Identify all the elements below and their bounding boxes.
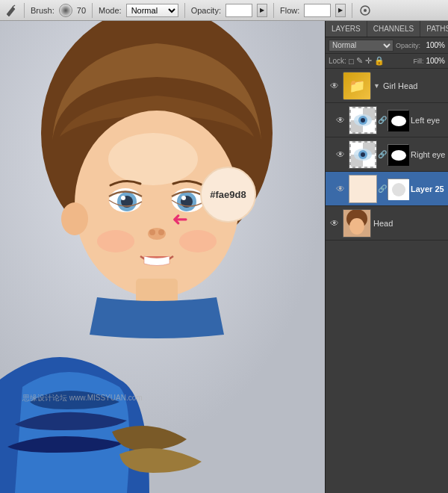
- svg-point-29: [361, 118, 365, 123]
- layer-thumb-right-eye: [349, 140, 377, 169]
- layer-row-girl-head[interactable]: 👁 📁 ▼ Girl Head: [326, 69, 448, 103]
- svg-point-19: [158, 229, 164, 235]
- layer-row-right-eye[interactable]: 👁 🔗: [326, 137, 448, 172]
- flow-input[interactable]: 100%: [304, 4, 331, 17]
- toolbar: Brush: 70 Mode: Normal Opacity: 20% ▶ Fl…: [0, 0, 448, 21]
- sep2: [92, 3, 93, 18]
- mask-thumb-right-eye: [388, 144, 408, 165]
- svg-point-18: [149, 229, 155, 235]
- tab-layers[interactable]: LAYERS: [326, 21, 367, 37]
- layer-thumb-layer25: [349, 175, 377, 203]
- layer-name-girl-head: Girl Head: [383, 81, 445, 90]
- brush-size: 70: [77, 6, 86, 15]
- lock-all-icon[interactable]: 🔒: [374, 56, 385, 66]
- folder-arrow-girl-head[interactable]: ▼: [373, 82, 380, 90]
- color-hex-label: #fae9d8: [210, 189, 246, 200]
- sep5: [352, 3, 352, 18]
- eye-icon-right-eye[interactable]: 👁: [335, 149, 346, 161]
- color-swatch: #fae9d8: [200, 167, 256, 223]
- lock-transparent-icon[interactable]: □: [349, 57, 354, 66]
- layer-thumb-girl-head: 📁: [343, 72, 371, 100]
- lock-label: Lock:: [329, 57, 346, 65]
- fill-value: 100%: [426, 57, 445, 65]
- svg-point-16: [181, 196, 186, 200]
- opacity-label: Opacity:: [191, 6, 221, 15]
- flow-label: Flow:: [280, 6, 299, 15]
- eye-icon-head[interactable]: 👁: [329, 217, 340, 229]
- blend-mode-row: Normal Multiply Screen Opacity: 100%: [326, 37, 448, 54]
- fill-label: Fill:: [413, 58, 423, 65]
- eye-icon-girl-head[interactable]: 👁: [329, 80, 340, 92]
- sep3: [184, 3, 185, 18]
- tool-icon: [4, 4, 18, 17]
- link-icon-layer25: 🔗: [378, 184, 387, 194]
- brush-label: Brush:: [31, 6, 55, 15]
- opacity-input[interactable]: 20%: [225, 4, 252, 17]
- mask-thumb-layer25: [388, 179, 408, 199]
- layer-row-left-eye[interactable]: 👁 🔗: [326, 103, 448, 137]
- flow-arrow[interactable]: ▶: [335, 4, 346, 17]
- layer-thumb-row-left-eye: 🔗: [349, 106, 408, 134]
- tab-channels[interactable]: CHANNELS: [367, 21, 420, 37]
- link-icon-left-eye: 🔗: [378, 115, 387, 125]
- canvas-area: #fae9d8 ➜ 思缘设计论坛 www.MISSYUAN.com LAYERS…: [0, 21, 448, 493]
- layer-name-left-eye: Left eye: [411, 116, 445, 125]
- layer-name-layer25: Layer 25: [411, 185, 445, 193]
- layer-name-head: Head: [373, 219, 445, 228]
- panel-tabs: LAYERS CHANNELS PATHS: [326, 21, 448, 37]
- svg-point-8: [108, 133, 198, 185]
- svg-line-0: [13, 5, 15, 7]
- sep4: [273, 3, 274, 18]
- svg-point-21: [97, 230, 134, 252]
- layer-row-head[interactable]: 👁 Head: [326, 206, 448, 241]
- blend-mode-select[interactable]: Normal Multiply Screen: [329, 40, 393, 52]
- opacity-value: 100%: [423, 41, 445, 49]
- layer-thumb-row-layer25: 🔗: [349, 175, 408, 203]
- svg-point-39: [391, 150, 406, 161]
- mode-select[interactable]: Normal: [126, 4, 178, 17]
- opacity-arrow[interactable]: ▶: [257, 4, 267, 17]
- layers-panel: LAYERS CHANNELS PATHS Normal Multiply Sc…: [325, 21, 448, 493]
- svg-point-23: [61, 202, 88, 235]
- mask-thumb-left-eye: [388, 110, 408, 131]
- child-image: #fae9d8 ➜ 思缘设计论坛 www.MISSYUAN.com: [0, 21, 325, 493]
- svg-point-22: [179, 230, 217, 252]
- sep1: [24, 3, 25, 18]
- opacity-label: Opacity:: [396, 42, 420, 49]
- layer-name-right-eye: Right eye: [411, 150, 445, 159]
- svg-point-41: [392, 183, 405, 196]
- lock-position-icon[interactable]: ✛: [365, 56, 372, 66]
- svg-point-31: [391, 116, 406, 126]
- layer-thumb-row-right-eye: 🔗: [349, 140, 408, 169]
- airbrush-icon[interactable]: [358, 4, 372, 17]
- svg-point-12: [121, 196, 125, 200]
- svg-point-37: [361, 152, 365, 157]
- eye-icon-layer25[interactable]: 👁: [335, 183, 346, 195]
- lock-pixels-icon[interactable]: ✎: [356, 56, 363, 66]
- lock-row: Lock: □ ✎ ✛ 🔒 Fill: 100%: [326, 54, 448, 69]
- layer-row-layer25[interactable]: 👁 🔗 Layer 25: [326, 172, 448, 206]
- svg-point-2: [364, 9, 367, 12]
- mode-label: Mode:: [99, 6, 122, 15]
- layer-thumb-left-eye: [349, 106, 377, 134]
- link-icon-right-eye: 🔗: [378, 149, 387, 160]
- tab-paths[interactable]: PATHS: [420, 21, 448, 37]
- svg-point-44: [349, 218, 364, 235]
- layer-thumb-head: [343, 209, 371, 238]
- eye-icon-left-eye[interactable]: 👁: [335, 114, 346, 126]
- watermark: 思缘设计论坛 www.MISSYUAN.com: [22, 393, 143, 403]
- color-arrow: ➜: [172, 208, 188, 231]
- brush-preview[interactable]: [59, 4, 72, 17]
